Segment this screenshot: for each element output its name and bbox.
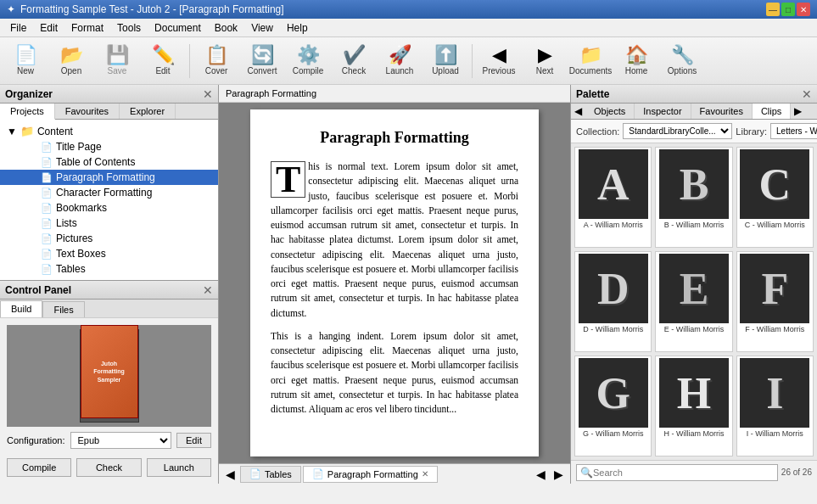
file-icon: 📄 <box>41 264 53 275</box>
bottom-tabs: ◀ 📄 Tables 📄 Paragraph Formatting ✕ ◀ ▶ <box>219 463 570 484</box>
edit-button[interactable]: ✏️ Edit <box>141 41 185 81</box>
cover-button[interactable]: 📋 Cover <box>194 41 238 81</box>
home-button[interactable]: 🏠 Home <box>614 41 658 81</box>
collection-select[interactable]: StandardLibraryColle... <box>623 123 732 139</box>
search-input[interactable] <box>593 468 774 478</box>
clip-h[interactable]: H H - William Morris <box>655 356 732 456</box>
cp-tab-files[interactable]: Files <box>42 301 84 317</box>
palette-tab-inspector[interactable]: Inspector <box>635 104 691 119</box>
convert-label: Convert <box>247 66 277 76</box>
options-button[interactable]: 🔧 Options <box>660 41 704 81</box>
cp-content: Jutoh FormattingSampler Configuration: E… <box>0 318 218 458</box>
tree-title-page[interactable]: 📄 Title Page <box>0 139 218 154</box>
palette-tab-favourites[interactable]: Favourites <box>691 104 753 119</box>
clip-i[interactable]: I I - William Morris <box>736 356 814 456</box>
next-button[interactable]: ▶ Next <box>523 41 567 81</box>
clip-img-a: A <box>579 149 648 219</box>
check-action-button[interactable]: Check <box>76 458 141 477</box>
control-panel-close[interactable]: ✕ <box>203 283 213 297</box>
center-content: Paragraph Formatting Paragraph Formattin… <box>219 85 571 484</box>
letter-E-icon: E <box>680 264 709 314</box>
library-select[interactable]: Letters - William Mor... <box>770 123 817 139</box>
clip-img-e: E <box>659 254 729 323</box>
save-button[interactable]: 💾 Save <box>95 41 139 81</box>
menu-format[interactable]: Format <box>64 20 110 36</box>
open-button[interactable]: 📂 Open <box>49 41 93 81</box>
minimize-button[interactable]: — <box>766 3 780 16</box>
menu-document[interactable]: Document <box>148 20 208 36</box>
tab-nav-left2[interactable]: ◀ <box>533 468 549 481</box>
tree-item-label: Title Page <box>56 141 102 153</box>
compile-button[interactable]: ⚙️ Compile <box>286 41 330 81</box>
organizer-tree: ▼ 📁 Content 📄 Title Page 📄 Table of Cont… <box>0 120 218 280</box>
menu-tools[interactable]: Tools <box>110 20 148 36</box>
tree-bookmarks[interactable]: 📄 Bookmarks <box>0 200 218 216</box>
organizer-close[interactable]: ✕ <box>203 87 213 101</box>
letter-F-icon: F <box>761 264 788 314</box>
palette-nav-right[interactable]: ▶ <box>791 105 805 117</box>
clip-img-c: C <box>740 149 809 219</box>
btab-tables[interactable]: 📄 Tables <box>240 466 301 483</box>
clip-g[interactable]: G G - William Morris <box>574 356 652 456</box>
upload-label: Upload <box>432 66 459 76</box>
check-button[interactable]: ✔️ Check <box>332 41 376 81</box>
clip-d[interactable]: D D - William Morris <box>574 251 652 352</box>
control-panel: Control Panel ✕ Build Files Jutoh Format… <box>0 280 218 484</box>
palette-tab-objects[interactable]: Objects <box>585 104 635 119</box>
tree-item-label: Table of Contents <box>56 156 135 168</box>
tab-explorer[interactable]: Explorer <box>120 104 176 119</box>
menu-book[interactable]: Book <box>208 20 244 36</box>
config-edit-button[interactable]: Edit <box>176 433 211 448</box>
home-icon: 🏠 <box>625 46 648 64</box>
compile-action-button[interactable]: Compile <box>7 458 71 477</box>
clip-b[interactable]: B B - William Morris <box>655 147 732 248</box>
menu-view[interactable]: View <box>244 20 280 36</box>
tab-nav-right[interactable]: ▶ <box>551 468 567 481</box>
collection-row: Collection: StandardLibraryColle... Libr… <box>571 120 817 143</box>
btab-paragraph-formatting[interactable]: 📄 Paragraph Formatting ✕ <box>303 466 438 483</box>
convert-button[interactable]: 🔄 Convert <box>240 41 284 81</box>
search-count: 26 of 26 <box>781 468 812 477</box>
launch-action-button[interactable]: Launch <box>147 458 211 477</box>
close-button[interactable]: ✕ <box>797 3 810 16</box>
tree-paragraph-formatting[interactable]: 📄 Paragraph Formatting <box>0 170 218 185</box>
tree-lists[interactable]: 📄 Lists <box>0 216 218 231</box>
clip-a[interactable]: A A - William Morris <box>574 147 652 248</box>
folder-icon: 📁 <box>20 125 34 137</box>
config-select[interactable]: Epub <box>70 432 172 449</box>
upload-button[interactable]: ⬆️ Upload <box>423 41 467 81</box>
organizer-header: Organizer ✕ <box>0 85 218 104</box>
library-label: Library: <box>736 126 767 137</box>
btab-paragraph-label: Paragraph Formatting <box>327 469 418 479</box>
doc-body[interactable]: Paragraph Formatting T his is normal tex… <box>219 103 570 463</box>
palette-close[interactable]: ✕ <box>802 87 812 101</box>
tree-text-boxes[interactable]: 📄 Text Boxes <box>0 246 218 261</box>
cp-tab-build[interactable]: Build <box>0 300 42 317</box>
tree-content-label: Content <box>37 126 73 137</box>
launch-button[interactable]: 🚀 Launch <box>378 41 422 81</box>
menu-file[interactable]: File <box>3 20 33 36</box>
clip-e[interactable]: E E - William Morris <box>655 251 732 352</box>
main-layout: Organizer ✕ Projects Favourites Explorer… <box>0 85 817 484</box>
new-button[interactable]: 📄 New <box>3 41 48 81</box>
tree-pictures[interactable]: 📄 Pictures <box>0 231 218 246</box>
tab-favourites[interactable]: Favourites <box>55 104 120 119</box>
maximize-button[interactable]: □ <box>781 3 795 16</box>
tree-content-root[interactable]: ▼ 📁 Content <box>0 123 218 139</box>
file-icon: 📄 <box>41 218 53 229</box>
menu-help[interactable]: Help <box>280 20 315 36</box>
tree-character-formatting[interactable]: 📄 Character Formatting <box>0 185 218 200</box>
tree-toc[interactable]: 📄 Table of Contents <box>0 154 218 170</box>
organizer-tabs: Projects Favourites Explorer <box>0 104 218 120</box>
documents-button[interactable]: 📁 Documents <box>568 41 613 81</box>
clip-f[interactable]: F F - William Morris <box>736 251 814 352</box>
tree-tables[interactable]: 📄 Tables <box>0 261 218 277</box>
previous-button[interactable]: ◀ Previous <box>477 41 521 81</box>
palette-tab-clips[interactable]: Clips <box>753 104 791 119</box>
clip-c[interactable]: C C - William Morris <box>736 147 814 248</box>
tab-projects[interactable]: Projects <box>0 104 55 120</box>
menu-edit[interactable]: Edit <box>33 20 64 36</box>
btab-close-icon[interactable]: ✕ <box>422 469 428 479</box>
tab-nav-left[interactable]: ◀ <box>222 468 238 481</box>
palette-nav-left[interactable]: ◀ <box>571 105 585 117</box>
